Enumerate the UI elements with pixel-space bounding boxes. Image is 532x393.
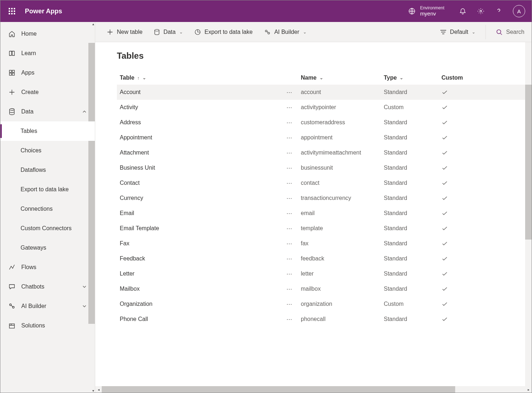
export-data-lake-button[interactable]: Export to data lake	[190, 25, 257, 39]
row-actions-button[interactable]: ⋯	[286, 241, 293, 247]
cell-table: Business Unit	[120, 165, 155, 171]
svg-rect-4	[9, 73, 12, 75]
table-row[interactable]: Letter⋯letterStandard	[117, 266, 532, 281]
row-actions-button[interactable]: ⋯	[286, 104, 293, 111]
cell-name: email	[301, 210, 315, 216]
checkmark-icon	[441, 225, 448, 232]
svg-point-6	[10, 109, 14, 111]
column-header-table[interactable]: Table ↑ ⌄	[117, 75, 286, 81]
checkmark-icon	[441, 286, 448, 292]
table-row[interactable]: Business Unit⋯businessunitStandard	[117, 160, 532, 175]
row-actions-button[interactable]: ⋯	[286, 135, 293, 141]
sidebar-item-label: Export to data lake	[21, 186, 69, 193]
row-actions-button[interactable]: ⋯	[286, 286, 293, 292]
chevron-down-icon: ⌄	[303, 30, 307, 35]
checkmark-icon	[441, 271, 448, 277]
sidebar-item-choices[interactable]: Choices	[0, 141, 95, 160]
brand-title: Power Apps	[25, 8, 62, 15]
user-avatar[interactable]: A	[513, 5, 525, 17]
row-actions-button[interactable]: ⋯	[286, 271, 293, 277]
row-actions-button[interactable]: ⋯	[286, 120, 293, 126]
checkmark-icon	[441, 240, 448, 247]
column-header-custom[interactable]: Custom	[441, 75, 463, 81]
sidebar-item-learn[interactable]: Learn	[0, 44, 95, 63]
sidebar-item-connections[interactable]: Connections	[0, 199, 95, 219]
table-row[interactable]: Email Template⋯templateStandard	[117, 221, 532, 236]
sidebar-scrollbar[interactable]: ▴ ▾	[88, 22, 95, 393]
column-header-name[interactable]: Name ⌄	[301, 75, 384, 81]
row-actions-button[interactable]: ⋯	[286, 165, 293, 171]
sidebar-item-chatbots[interactable]: Chatbots	[0, 277, 95, 296]
sidebar-item-export-to-data-lake[interactable]: Export to data lake	[0, 180, 95, 199]
ai-icon	[8, 303, 16, 310]
cell-type: Custom	[384, 301, 404, 307]
main-vertical-scrollbar[interactable]	[525, 42, 532, 386]
sidebar-item-custom-connectors[interactable]: Custom Connectors	[0, 219, 95, 238]
cell-type: Standard	[384, 165, 407, 171]
sidebar-item-label: Apps	[21, 70, 34, 76]
main-horizontal-scrollbar-thumb[interactable]	[102, 386, 455, 393]
table-row[interactable]: Appointment⋯appointmentStandard	[117, 130, 532, 145]
notifications-button[interactable]	[459, 7, 467, 15]
table-row[interactable]: Address⋯customeraddressStandard	[117, 115, 532, 130]
sidebar-item-solutions[interactable]: Solutions	[0, 316, 95, 335]
sidebar-scrollbar-thumb[interactable]	[88, 43, 95, 324]
cell-name: appointment	[301, 134, 333, 141]
settings-button[interactable]	[477, 7, 485, 15]
row-actions-button[interactable]: ⋯	[286, 180, 293, 186]
filter-lines-icon	[440, 30, 447, 35]
sidebar-item-apps[interactable]: Apps	[0, 63, 95, 82]
table-row[interactable]: Mailbox⋯mailboxStandard	[117, 281, 532, 296]
cell-name: account	[301, 89, 321, 95]
cell-table: Phone Call	[120, 316, 148, 322]
sidebar-item-tables[interactable]: Tables	[0, 121, 95, 141]
table-row[interactable]: Feedback⋯feedbackStandard	[117, 251, 532, 266]
view-selector-label: Default	[450, 29, 469, 35]
sidebar-item-gateways[interactable]: Gateways	[0, 238, 95, 258]
sidebar-item-create[interactable]: Create	[0, 82, 95, 102]
table-row[interactable]: Attachment⋯activitymimeattachmentStandar…	[117, 145, 532, 160]
table-row[interactable]: Email⋯emailStandard	[117, 206, 532, 221]
row-actions-button[interactable]: ⋯	[286, 316, 293, 322]
app-launcher-button[interactable]	[5, 4, 19, 18]
column-header-type[interactable]: Type ⌄	[384, 75, 441, 81]
view-selector-button[interactable]: Default ⌄	[436, 25, 480, 39]
table-row[interactable]: Fax⋯faxStandard	[117, 236, 532, 251]
row-actions-button[interactable]: ⋯	[286, 301, 293, 307]
sidebar-item-ai-builder[interactable]: AI Builder	[0, 296, 95, 316]
cell-type: Standard	[384, 89, 407, 95]
checkmark-icon	[441, 89, 448, 95]
help-button[interactable]	[495, 7, 503, 15]
sidebar-item-data[interactable]: Data	[0, 102, 95, 121]
export-label: Export to data lake	[205, 29, 252, 35]
row-actions-button[interactable]: ⋯	[286, 210, 293, 216]
table-row[interactable]: Organization⋯organizationCustom	[117, 296, 532, 312]
table-row[interactable]: Currency⋯transactioncurrencyStandard	[117, 191, 532, 206]
new-table-button[interactable]: New table	[102, 25, 147, 39]
search-input[interactable]: Search	[492, 29, 524, 35]
table-row[interactable]: Account⋯accountStandard	[117, 85, 532, 100]
sidebar-item-dataflows[interactable]: Dataflows	[0, 160, 95, 180]
sidebar-item-label: Connections	[21, 206, 53, 212]
table-row[interactable]: Contact⋯contactStandard	[117, 175, 532, 191]
row-actions-button[interactable]: ⋯	[286, 195, 293, 201]
table-row[interactable]: Phone Call⋯phonecallStandard	[117, 312, 532, 327]
main-vertical-scrollbar-thumb[interactable]	[525, 85, 532, 240]
row-actions-button[interactable]: ⋯	[286, 225, 293, 232]
row-actions-button[interactable]: ⋯	[286, 150, 293, 156]
table-row[interactable]: Activity⋯activitypointerCustom	[117, 100, 532, 115]
sidebar-item-home[interactable]: Home	[0, 24, 95, 44]
cell-table: Email	[120, 210, 134, 216]
separator	[485, 25, 486, 39]
grid-icon	[8, 69, 16, 76]
row-actions-button[interactable]: ⋯	[286, 89, 293, 95]
environment-picker[interactable]: Environment myenv	[408, 5, 444, 17]
svg-point-13	[268, 32, 270, 34]
data-menu-button[interactable]: Data ⌄	[150, 25, 187, 39]
ai-builder-menu-button[interactable]: AI Builder ⌄	[260, 25, 311, 39]
sidebar-item-flows[interactable]: Flows	[0, 258, 95, 277]
main-horizontal-scrollbar[interactable]: ◂ ▸	[95, 386, 532, 393]
row-actions-button[interactable]: ⋯	[286, 256, 293, 262]
plus-icon	[107, 29, 113, 35]
cell-name: fax	[301, 240, 308, 247]
